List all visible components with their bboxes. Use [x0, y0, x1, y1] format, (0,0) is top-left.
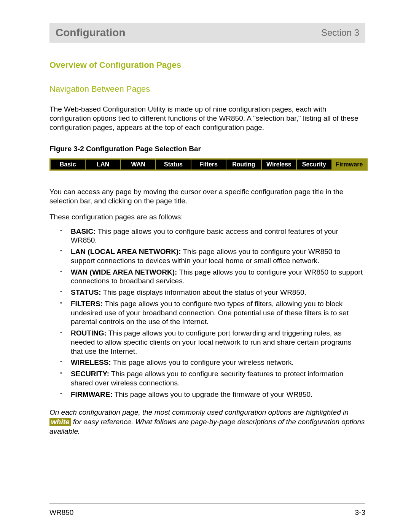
tab-wireless[interactable]: Wireless	[262, 160, 297, 169]
note-suffix: for easy reference. What follows are pag…	[49, 418, 365, 435]
list-term: ROUTING:	[71, 329, 107, 337]
figure-caption: Figure 3-2 Configuration Page Selection …	[49, 145, 365, 153]
follows-paragraph: These configuration pages are as follows…	[49, 212, 365, 222]
list-item: STATUS: This page displays information a…	[60, 288, 365, 297]
config-list: BASIC: This page allows you to configure…	[49, 227, 365, 399]
tab-basic[interactable]: Basic	[51, 160, 86, 169]
tab-security[interactable]: Security	[297, 160, 332, 169]
header-title: Configuration	[56, 27, 126, 39]
list-item: LAN (LOCAL AREA NETWORK): This page allo…	[60, 247, 365, 265]
tab-wan[interactable]: WAN	[121, 160, 156, 169]
list-desc: This page allows you to configure port f…	[71, 329, 351, 355]
tab-status[interactable]: Status	[156, 160, 191, 169]
footer-right: 3-3	[355, 508, 365, 517]
list-desc: This page allows you to configure basic …	[71, 227, 338, 244]
list-desc: This page displays information about the…	[101, 288, 306, 296]
sub-heading: Navigation Between Pages	[49, 84, 365, 94]
header-section: Section 3	[321, 27, 359, 38]
list-desc: This page allows you to upgrade the firm…	[113, 390, 313, 398]
list-term: WAN (WIDE AREA NETWORK):	[71, 268, 177, 276]
list-desc: This page allows you to configure your w…	[111, 358, 294, 366]
list-desc: This page allows you to configure securi…	[71, 370, 343, 387]
list-term: STATUS:	[71, 288, 101, 296]
list-item: WIRELESS: This page allows you to config…	[60, 358, 365, 367]
access-paragraph: You can access any page by moving the cu…	[49, 187, 365, 206]
list-term: WIRELESS:	[71, 358, 111, 366]
italic-note: On each configuration page, the most com…	[49, 408, 365, 436]
header-bar: Configuration Section 3	[49, 23, 365, 43]
footer-left: WR850	[49, 508, 73, 517]
section-heading: Overview of Configuration Pages	[49, 60, 365, 71]
footer-rule	[49, 503, 365, 504]
list-item: SECURITY: This page allows you to config…	[60, 369, 365, 388]
note-prefix: On each configuration page, the most com…	[49, 408, 349, 416]
list-item: FILTERS: This page allows you to configu…	[60, 299, 365, 326]
list-term: SECURITY:	[71, 370, 109, 378]
footer: WR850 3-3	[49, 508, 365, 517]
list-term: BASIC:	[71, 227, 96, 235]
list-item: ROUTING: This page allows you to configu…	[60, 329, 365, 356]
document-page: Configuration Section 3 Overview of Conf…	[0, 0, 411, 532]
white-highlight: white	[49, 418, 71, 426]
list-item: WAN (WIDE AREA NETWORK): This page allow…	[60, 268, 365, 286]
selection-bar: Basic LAN WAN Status Filters Routing Wir…	[49, 158, 368, 171]
tab-lan[interactable]: LAN	[86, 160, 121, 169]
list-desc: This page allows you to configure two ty…	[71, 300, 349, 326]
list-item: BASIC: This page allows you to configure…	[60, 227, 365, 245]
list-item: FIRMWARE: This page allows you to upgrad…	[60, 390, 365, 399]
tab-firmware[interactable]: Firmware	[332, 160, 366, 169]
list-term: FILTERS:	[71, 300, 103, 308]
list-term: FIRMWARE:	[71, 390, 113, 398]
list-term: LAN (LOCAL AREA NETWORK):	[71, 248, 181, 256]
tab-routing[interactable]: Routing	[226, 160, 261, 169]
intro-paragraph: The Web-based Configuration Utility is m…	[49, 105, 365, 132]
tab-filters[interactable]: Filters	[191, 160, 226, 169]
